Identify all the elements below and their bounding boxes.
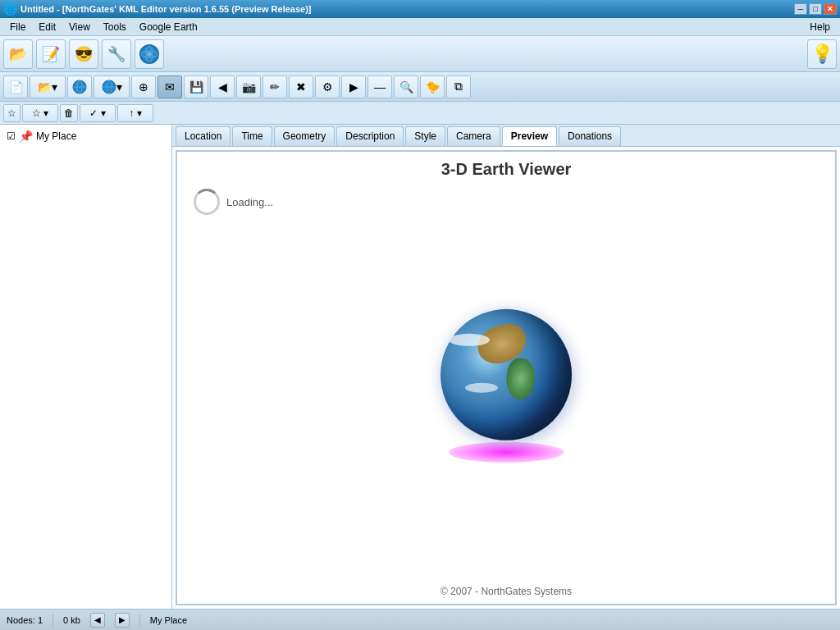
maximize-button[interactable]: □	[809, 3, 822, 15]
search-button[interactable]: 🔍	[394, 75, 418, 98]
tab-style[interactable]: Style	[405, 126, 445, 146]
help-button[interactable]: 💡	[807, 39, 837, 69]
toolbar-nodes: ☆ ☆ ▾ 🗑 ✓ ▾ ↑ ▾	[0, 102, 840, 125]
tab-description[interactable]: Description	[336, 126, 404, 146]
menu-view[interactable]: View	[62, 20, 97, 34]
tab-bar: Location Time Geometry Description Style…	[172, 125, 840, 147]
globe2-button[interactable]: ▾	[94, 75, 130, 98]
duck-button[interactable]: 🐤	[420, 75, 445, 98]
nodes-count: Nodes: 1	[7, 615, 43, 625]
menu-google-earth[interactable]: Google Earth	[133, 20, 204, 34]
edit-button[interactable]: 📝	[36, 39, 66, 69]
app-icon: 🌐	[3, 2, 17, 16]
menu-file[interactable]: File	[3, 20, 32, 34]
google-earth-button[interactable]	[135, 39, 164, 69]
menu-tools[interactable]: Tools	[97, 20, 133, 34]
file-size: 0 kb	[63, 615, 80, 625]
toolbar-main: 📂 📝 😎 🔧 💡	[0, 36, 840, 72]
title-area: 🌐 Untitled - [NorthGates' KML Editor ver…	[3, 2, 312, 16]
status-sep2	[139, 614, 140, 627]
menubar: File Edit View Tools Google Earth Help	[0, 18, 840, 36]
action-dropdown2[interactable]: ↑ ▾	[117, 104, 153, 122]
toolbar-secondary: 📄 📂▾ ▾ ⊕ ✉ 💾 ◀ 📷 ✏ ✖ ⚙ ▶ — 🔍 🐤 ⧉	[0, 72, 840, 102]
tools-button[interactable]: 🔧	[102, 39, 131, 69]
statusbar: Nodes: 1 0 kb ◀ ▶ My Place	[0, 609, 840, 630]
save-button[interactable]: 💾	[184, 75, 208, 98]
tab-location[interactable]: Location	[176, 126, 231, 146]
new-file-button[interactable]: 📄	[3, 75, 28, 98]
status-nav-forward[interactable]: ▶	[115, 613, 130, 628]
place-icon: 📌	[19, 130, 33, 143]
back-button[interactable]: ◀	[210, 75, 235, 98]
delete-node-button[interactable]: 🗑	[60, 104, 78, 122]
close-button[interactable]: ✕	[824, 3, 837, 15]
preview-title: 3-D Earth Viewer	[177, 152, 835, 187]
window-controls: ─ □ ✕	[794, 3, 837, 15]
preview-panel: 3-D Earth Viewer Loading... © 2007 - Nor…	[176, 150, 837, 605]
minimize-button[interactable]: ─	[794, 3, 807, 15]
copy-button[interactable]: ⧉	[446, 75, 471, 98]
delete-button[interactable]: ✖	[289, 75, 313, 98]
tree-item-myplace[interactable]: ☑ 📌 My Place	[3, 128, 168, 144]
titlebar: 🌐 Untitled - [NorthGates' KML Editor ver…	[0, 0, 840, 18]
copyright-text: © 2007 - NorthGates Systems	[441, 586, 572, 597]
tab-geometry[interactable]: Geometry	[274, 126, 336, 146]
status-sep1	[52, 614, 53, 627]
status-nav-back[interactable]: ◀	[90, 613, 105, 628]
email-button[interactable]: ✉	[158, 75, 182, 98]
view-button[interactable]: 😎	[69, 39, 98, 69]
menu-edit[interactable]: Edit	[32, 20, 62, 34]
right-panel: Location Time Geometry Description Style…	[172, 125, 840, 609]
tab-donations[interactable]: Donations	[559, 126, 621, 146]
place-label: My Place	[36, 130, 76, 142]
loading-spinner	[194, 189, 220, 215]
add-node-dropdown[interactable]: ☆ ▾	[22, 104, 58, 122]
earth-globe	[441, 308, 572, 440]
earth-landmass2	[503, 356, 538, 401]
camera-button[interactable]: 📷	[236, 75, 261, 98]
dash-button[interactable]: —	[368, 75, 392, 98]
loading-area: Loading...	[194, 189, 273, 215]
earth-container	[441, 308, 572, 462]
earth-shadow	[449, 441, 564, 462]
checkbox-myplace[interactable]: ☑	[7, 130, 16, 142]
current-place: My Place	[150, 615, 187, 625]
tab-camera[interactable]: Camera	[447, 126, 500, 146]
globe-button[interactable]	[67, 75, 92, 98]
earth-cloud2	[465, 382, 498, 392]
tab-time[interactable]: Time	[232, 126, 272, 146]
action-dropdown1[interactable]: ✓ ▾	[80, 104, 116, 122]
open-file-button[interactable]: 📂▾	[30, 75, 66, 98]
pencil-button[interactable]: ✏	[262, 75, 287, 98]
title-text: Untitled - [NorthGates' KML Editor versi…	[21, 4, 312, 14]
menu-help[interactable]: Help	[803, 20, 837, 34]
tree-panel: ☑ 📌 My Place	[0, 125, 172, 609]
add-node-button[interactable]: ☆	[3, 104, 21, 122]
earth-cloud1	[449, 333, 490, 345]
crosshair-button[interactable]: ⊕	[131, 75, 156, 98]
settings-button[interactable]: ⚙	[315, 75, 340, 98]
main-area: ☑ 📌 My Place Location Time Geometry Desc…	[0, 125, 840, 609]
tab-preview[interactable]: Preview	[502, 126, 557, 146]
play-button[interactable]: ▶	[341, 75, 366, 98]
open-button[interactable]: 📂	[3, 39, 33, 69]
svg-point-4	[147, 52, 152, 57]
loading-text: Loading...	[226, 196, 273, 208]
